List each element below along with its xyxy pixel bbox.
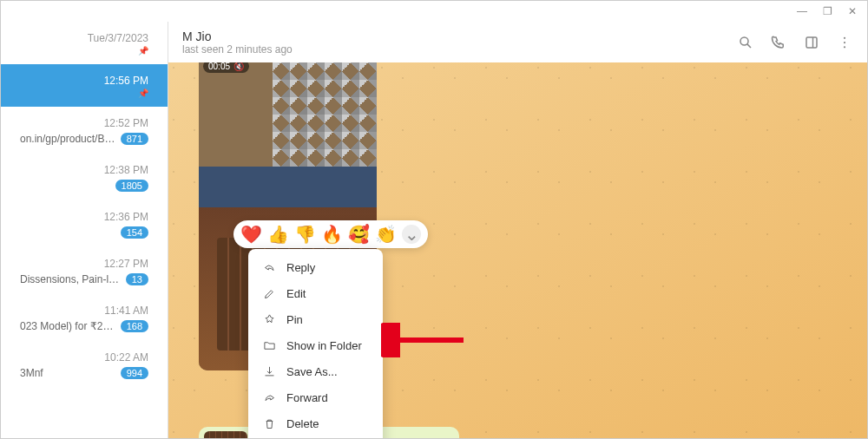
annotation-arrow — [381, 323, 468, 361]
sidebar-date: 12:56 PM — [10, 69, 159, 88]
more-icon[interactable] — [836, 34, 853, 51]
reaction-thumbsup[interactable]: 👍 — [267, 224, 289, 245]
chat-sidebar: Tue/3/7/2023 📌 12:56 PM 📌 12:52 PM on.in… — [1, 22, 168, 438]
svg-point-3 — [844, 41, 845, 43]
chat-header: M Jio last seen 2 minutes ago — [168, 22, 867, 62]
svg-point-2 — [844, 36, 845, 38]
sidebar-toggle-icon[interactable] — [803, 34, 820, 51]
pin-icon: 📌 — [10, 46, 159, 61]
menu-label: Save As... — [286, 365, 338, 378]
sidebar-item[interactable]: 12:52 PM on.in/gp/product/B091HYH…871 — [1, 107, 168, 154]
reaction-heart[interactable]: ❤️ — [240, 224, 262, 245]
minimize-button[interactable]: — — [797, 5, 807, 17]
sidebar-item[interactable]: Tue/3/7/2023 📌 — [1, 22, 168, 64]
menu-label: Delete — [286, 417, 319, 430]
sidebar-preview: Dissensions, Pain-learn and U… — [20, 273, 121, 285]
menu-label: Edit — [286, 287, 306, 300]
chat-status: last seen 2 minutes ago — [182, 43, 721, 56]
sidebar-item[interactable]: 12:38 PM 1805 — [1, 154, 168, 200]
sidebar-date: 11:41 AM — [10, 299, 159, 318]
save-icon — [262, 364, 276, 378]
reaction-fire[interactable]: 🔥 — [321, 224, 343, 245]
menu-forward[interactable]: Forward — [248, 384, 383, 410]
folder-icon — [262, 338, 276, 352]
unread-badge: 168 — [121, 320, 148, 332]
sidebar-preview: on.in/gp/product/B091HYH… — [20, 133, 115, 145]
chat-header-info[interactable]: M Jio last seen 2 minutes ago — [182, 29, 721, 56]
sidebar-item[interactable]: 12:27 PM Dissensions, Pain-learn and U…1… — [1, 247, 168, 294]
svg-point-0 — [740, 37, 748, 45]
sidebar-date: Tue/3/7/2023 — [10, 27, 159, 46]
sidebar-date: 12:52 PM — [10, 112, 159, 131]
delete-icon — [262, 416, 276, 430]
sidebar-date: 12:36 PM — [10, 206, 159, 225]
reaction-bar: ❤️ 👍 👎 🔥 🥰 👏 ⌄ — [233, 220, 428, 248]
chat-title: M Jio — [182, 29, 721, 43]
menu-label: Reply — [286, 261, 315, 274]
phone-icon[interactable] — [770, 34, 787, 51]
sidebar-date: 10:22 AM — [10, 346, 159, 365]
svg-rect-1 — [806, 37, 817, 48]
search-icon[interactable] — [737, 34, 754, 51]
forward-icon — [262, 390, 276, 404]
unread-badge: 1805 — [115, 180, 148, 192]
menu-label: Pin — [286, 313, 303, 326]
sidebar-preview: 023 Model) for ₹29,999 (Effe… — [20, 320, 115, 332]
menu-pin[interactable]: Pin — [248, 306, 383, 332]
reaction-clap[interactable]: 👏 — [375, 224, 397, 245]
edit-icon — [262, 286, 276, 300]
sidebar-date: 12:38 PM — [10, 159, 159, 178]
file-thumbnail — [204, 431, 247, 439]
maximize-button[interactable]: ❐ — [823, 5, 832, 17]
menu-label: Show in Folder — [286, 339, 362, 352]
unread-badge: 871 — [121, 133, 148, 145]
unread-badge: 13 — [126, 273, 148, 285]
context-menu: Reply Edit Pin Show in Folder Save As...… — [248, 249, 383, 439]
menu-save-as[interactable]: Save As... — [248, 358, 383, 384]
reply-icon — [262, 260, 276, 274]
unread-badge: 154 — [121, 226, 148, 239]
window-controls: — ❐ ✕ — [1, 1, 867, 22]
sidebar-item[interactable]: 10:22 AM 3Mnf994 — [1, 341, 168, 388]
reaction-thumbsdown[interactable]: 👎 — [294, 224, 316, 245]
menu-label: Forward — [286, 391, 328, 404]
pin-icon — [262, 312, 276, 326]
menu-show-in-folder[interactable]: Show in Folder — [248, 332, 383, 358]
video-duration: 00:05 🔇 — [203, 62, 249, 73]
pin-icon: 📌 — [10, 88, 159, 103]
sidebar-item-active[interactable]: 12:56 PM 📌 — [1, 64, 168, 107]
sidebar-preview: 3Mnf — [20, 367, 115, 379]
svg-point-4 — [844, 46, 845, 48]
menu-edit[interactable]: Edit — [248, 280, 383, 306]
video-blur-area — [273, 62, 377, 184]
menu-reply[interactable]: Reply — [248, 254, 383, 280]
chat-area: 00:05 🔇 ❤️ 👍 👎 🔥 🥰 👏 ⌄ Reply Edit Pin Sh… — [168, 62, 867, 438]
unread-badge: 994 — [121, 367, 148, 379]
reaction-love[interactable]: 🥰 — [348, 224, 370, 245]
sidebar-item[interactable]: 12:36 PM 154 — [1, 200, 168, 247]
menu-delete[interactable]: Delete — [248, 410, 383, 436]
sidebar-date: 12:27 PM — [10, 252, 159, 272]
reaction-more-icon[interactable]: ⌄ — [402, 225, 421, 244]
close-button[interactable]: ✕ — [848, 5, 857, 17]
sidebar-item[interactable]: 11:41 AM 023 Model) for ₹29,999 (Effe…16… — [1, 294, 168, 341]
